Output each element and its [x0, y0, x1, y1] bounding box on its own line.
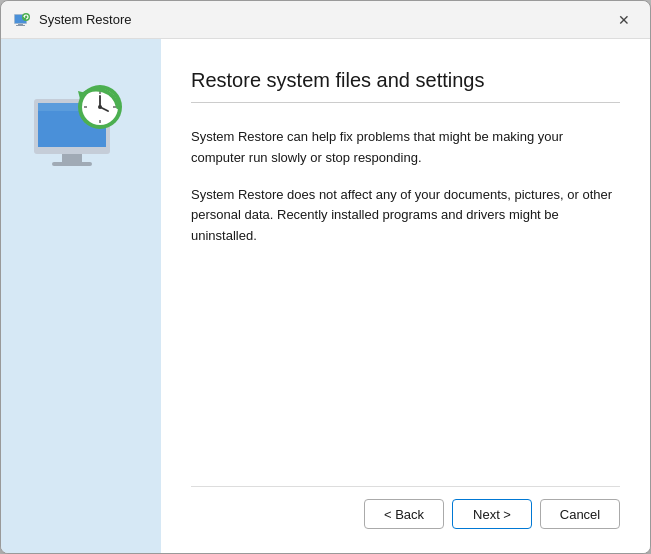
system-restore-window: System Restore ✕ [0, 0, 651, 554]
title-bar: System Restore ✕ [1, 1, 650, 39]
window-icon [13, 11, 31, 29]
svg-rect-10 [52, 162, 92, 166]
content-area: Restore system files and settings System… [1, 39, 650, 553]
svg-point-4 [22, 13, 30, 21]
back-button[interactable]: < Back [364, 499, 444, 529]
svg-rect-9 [62, 154, 82, 162]
sidebar [1, 39, 161, 553]
next-button[interactable]: Next > [452, 499, 532, 529]
page-heading: Restore system files and settings [191, 69, 620, 103]
cancel-button[interactable]: Cancel [540, 499, 620, 529]
paragraph-2: System Restore does not affect any of yo… [191, 185, 620, 247]
spacer [191, 263, 620, 476]
sidebar-illustration [26, 69, 136, 179]
button-bar: < Back Next > Cancel [191, 486, 620, 533]
paragraph-1: System Restore can help fix problems tha… [191, 127, 620, 169]
svg-rect-3 [16, 25, 25, 26]
svg-point-19 [98, 105, 102, 109]
close-button[interactable]: ✕ [610, 6, 638, 34]
main-panel: Restore system files and settings System… [161, 39, 650, 553]
window-title: System Restore [39, 12, 610, 27]
